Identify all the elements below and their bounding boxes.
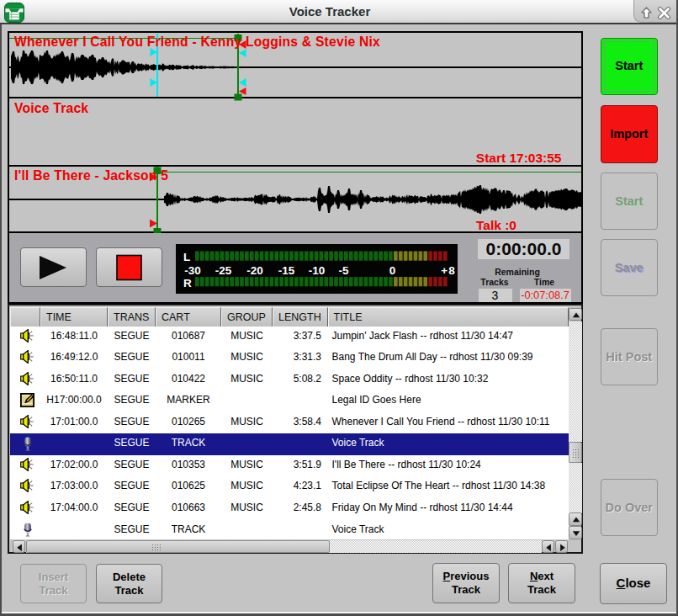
- svg-text:R: R: [183, 276, 192, 289]
- svg-text:-20: -20: [246, 263, 263, 276]
- svg-text:-10: -10: [308, 263, 325, 276]
- svg-text:0: 0: [389, 263, 395, 276]
- svg-text:-5: -5: [338, 263, 348, 276]
- svg-text:-25: -25: [215, 263, 231, 276]
- svg-text:L: L: [183, 251, 190, 263]
- svg-text:-15: -15: [278, 263, 294, 276]
- svg-text:+8: +8: [441, 263, 455, 276]
- svg-text:-30: -30: [184, 263, 201, 276]
